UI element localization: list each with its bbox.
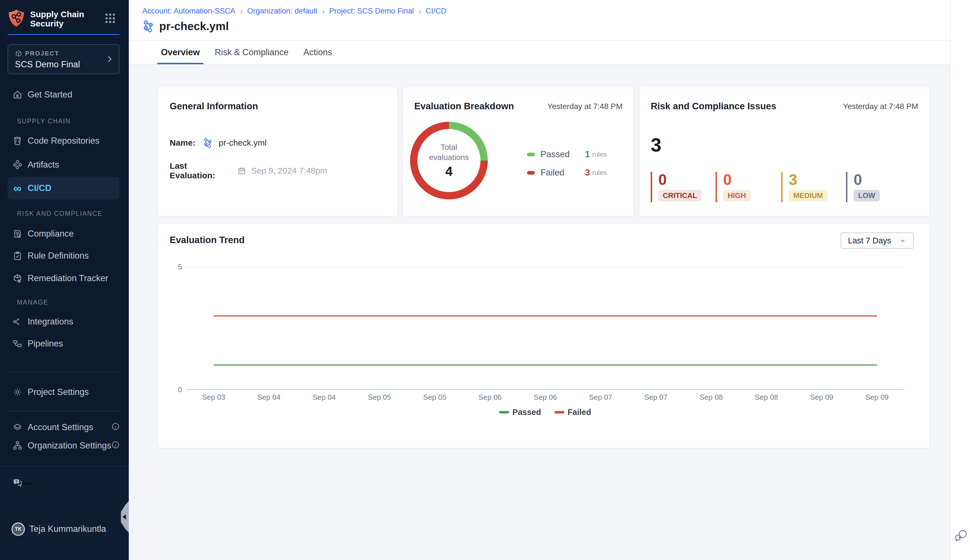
card-timestamp: Yesterday at 7:48 PM (843, 102, 918, 111)
sidebar-item-integrations[interactable]: Integrations (8, 310, 120, 333)
severity-high: 0 HIGH (716, 172, 750, 202)
sidebar-item-label: CI/CD (28, 183, 51, 193)
sidebar-item-project-settings[interactable]: Project Settings (8, 381, 120, 403)
severity-badge: LOW (854, 190, 880, 202)
sidebar-item-remediation-tracker[interactable]: Remediation Tracker (8, 267, 120, 290)
x-axis-label: Sep 05 (352, 393, 407, 402)
sidebar-item-cicd[interactable]: ∞ CI/CD (8, 177, 120, 200)
severity-badge: MEDIUM (789, 190, 827, 202)
info-icon[interactable] (111, 422, 120, 431)
avatar: TK (12, 523, 25, 536)
project-label: PROJECT (25, 50, 59, 57)
remediation-tracker-icon (12, 273, 23, 283)
sidebar-item-label: Help (23, 481, 32, 486)
total-issues-value: 3 (651, 135, 661, 154)
pipeline-file-icon (142, 20, 155, 33)
tab-overview[interactable]: Overview (160, 40, 201, 64)
user-menu[interactable]: TK Teja Kummarikuntla (8, 518, 120, 540)
legend-label: Passed (513, 408, 541, 417)
legend-value: 1 (585, 149, 590, 160)
user-name: Teja Kummarikuntla (29, 524, 106, 534)
card-title: Risk and Compliance Issues (651, 101, 776, 112)
sidebar: Supply Chain Security PROJECT SCS Demo F… (0, 0, 129, 560)
pipelines-icon (12, 338, 23, 349)
breadcrumb-cicd-link[interactable]: CI/CD (426, 7, 446, 15)
home-icon (12, 90, 23, 100)
code-repository-icon (12, 136, 23, 146)
tab-risk-and-compliance[interactable]: Risk & Compliance (214, 40, 290, 64)
sidebar-item-organization-settings[interactable]: Organization Settings (8, 434, 120, 457)
legend-item-passed: Passed 1 rules (527, 149, 607, 160)
x-axis-label: Sep 07 (628, 393, 683, 402)
sidebar-item-rule-definitions[interactable]: Rule Definitions (8, 245, 120, 267)
artifacts-icon (12, 160, 23, 170)
legend-dash (554, 411, 564, 413)
trend-legend-item-passed[interactable]: Passed (499, 408, 541, 417)
sidebar-item-label: Rule Definitions (28, 251, 89, 261)
trend-legend: PassedFailed (186, 408, 905, 417)
gear-icon (12, 387, 23, 397)
x-axis-label: Sep 08 (739, 393, 794, 402)
compliance-document-icon (12, 229, 23, 239)
breadcrumb-project-link[interactable]: Project: SCS Demo Final (329, 7, 414, 15)
supply-chain-security-logo-icon (8, 9, 25, 28)
x-axis-label: Sep 06 (518, 393, 573, 402)
severity-count: 0 (854, 172, 880, 187)
breadcrumb-separator-icon: › (322, 7, 325, 15)
breadcrumb-organization-link[interactable]: Organization: default (247, 7, 317, 15)
evaluation-donut: Total evaluations 4 (410, 122, 488, 200)
severity-medium: 3 MEDIUM (781, 172, 827, 202)
sidebar-item-artifacts[interactable]: Artifacts (8, 153, 120, 176)
x-axis-label: Sep 04 (241, 393, 297, 402)
sidebar-section-risk-and-compliance: RISK AND COMPLIANCE (17, 210, 103, 218)
sidebar-divider (8, 411, 120, 411)
info-icon[interactable] (111, 440, 120, 449)
tab-bar: Overview Risk & Compliance Actions (129, 40, 950, 65)
product-title: Supply Chain Security (30, 10, 84, 28)
last-evaluation-value: Sep 9, 2024 7:48pm (251, 166, 327, 175)
app-switcher-grid-icon[interactable] (105, 13, 115, 23)
card-title: General Information (170, 101, 258, 112)
integrations-icon (12, 317, 23, 327)
y-axis-label: 0 (164, 385, 182, 394)
trend-line-plot (186, 267, 905, 390)
name-label: Name: (170, 138, 198, 148)
donut-center-label: evaluations (429, 152, 469, 163)
legend-value: 3 (585, 168, 590, 178)
help-chat-icon: ? (12, 478, 23, 489)
sidebar-section-manage: MANAGE (17, 298, 48, 307)
app-root: Supply Chain Security PROJECT SCS Demo F… (0, 0, 970, 560)
sidebar-item-code-repositories[interactable]: Code Repositories (8, 130, 120, 152)
x-axis-label: Sep 04 (297, 393, 352, 402)
cicd-infinity-icon: ∞ (12, 183, 23, 193)
collapse-left-arrow-icon (122, 514, 126, 520)
project-selector[interactable]: PROJECT SCS Demo Final (8, 44, 120, 74)
tab-actions[interactable]: Actions (302, 40, 333, 64)
legend-unit: rules (592, 150, 607, 158)
severity-badge: HIGH (723, 190, 750, 202)
severity-count: 0 (723, 172, 750, 187)
legend-dash-failed (527, 171, 535, 175)
sidebar-item-pipelines[interactable]: Pipelines (8, 332, 120, 355)
time-range-dropdown[interactable]: Last 7 Days (841, 232, 914, 249)
breadcrumb-separator-icon: › (240, 7, 243, 15)
breadcrumb-separator-icon: › (418, 7, 421, 15)
sidebar-item-get-started[interactable]: Get Started (8, 83, 120, 106)
x-axis-label: Sep 09 (794, 393, 850, 402)
sidebar-item-compliance[interactable]: Compliance (8, 223, 120, 245)
brand-divider (8, 34, 120, 35)
legend-dash-passed (527, 153, 535, 156)
pipeline-file-icon (203, 137, 214, 148)
sidebar-item-help[interactable]: ? Help (8, 472, 120, 495)
last-evaluation-label: Last Evaluation: (170, 161, 232, 180)
trend-legend-item-failed[interactable]: Failed (554, 408, 591, 417)
chat-assistant-icon[interactable] (954, 528, 968, 543)
x-axis-label: Sep 07 (573, 393, 628, 402)
svg-text:?: ? (15, 480, 17, 484)
account-settings-layers-icon (12, 422, 23, 432)
card-timestamp: Yesterday at 7:48 PM (547, 102, 623, 111)
breadcrumb-account-link[interactable]: Account: Automation-SSCA (142, 7, 235, 15)
x-axis-label: Sep 03 (186, 393, 241, 402)
rule-definitions-clipboard-icon (12, 251, 23, 261)
evaluation-trend-card: Evaluation Trend Last 7 Days 05 Sep 03Se… (159, 224, 930, 448)
